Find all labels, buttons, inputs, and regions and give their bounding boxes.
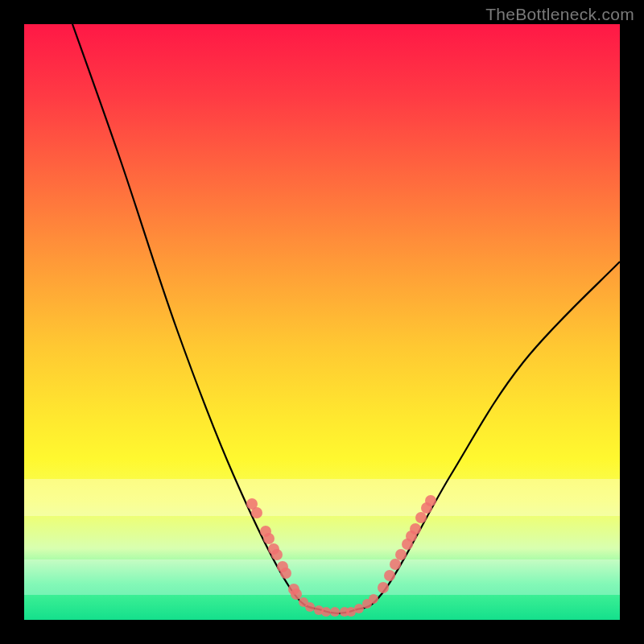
curve-dot — [415, 512, 427, 523]
curve-dot — [305, 602, 315, 612]
watermark-text: TheBottleneck.com — [485, 5, 634, 24]
curve-dot — [280, 568, 291, 579]
chart-svg — [24, 24, 620, 620]
curve-dot — [271, 549, 283, 560]
curve-dot — [390, 559, 401, 570]
curve-dot — [354, 604, 364, 613]
curve-dot — [425, 495, 436, 506]
curve-dot — [369, 594, 378, 604]
curve-dot — [378, 582, 389, 593]
curve-dot — [263, 533, 275, 544]
curve-dot — [410, 523, 421, 535]
dot-layer — [246, 495, 436, 617]
curve-dot — [395, 549, 407, 560]
curve-dot — [321, 607, 331, 617]
curve-dot — [251, 507, 262, 518]
bottleneck-curve — [72, 24, 620, 613]
curve-dot — [330, 607, 340, 617]
curve-dot — [384, 570, 395, 581]
curve-dot — [291, 588, 302, 600]
